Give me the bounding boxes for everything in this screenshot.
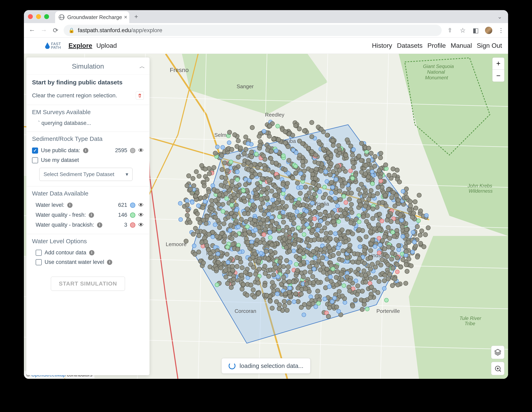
constant-level-checkbox[interactable] xyxy=(36,259,42,265)
svg-point-751 xyxy=(327,306,332,310)
svg-point-1924 xyxy=(269,156,273,161)
svg-point-985 xyxy=(337,220,341,224)
use-public-checkbox[interactable] xyxy=(32,147,38,154)
svg-point-1090 xyxy=(308,270,313,275)
window-minimize-button[interactable] xyxy=(36,14,41,19)
trash-icon[interactable] xyxy=(136,92,144,100)
info-icon[interactable]: i xyxy=(83,148,88,153)
svg-point-683 xyxy=(338,236,343,241)
svg-point-1906 xyxy=(274,265,278,270)
share-icon[interactable]: ⇧ xyxy=(446,27,453,34)
svg-point-1678 xyxy=(282,304,287,308)
layers-button[interactable] xyxy=(491,346,504,359)
svg-point-1700 xyxy=(250,199,254,203)
nav-manual[interactable]: Manual xyxy=(451,42,472,49)
back-button[interactable]: ← xyxy=(28,27,36,34)
zoom-in-button[interactable]: + xyxy=(492,57,504,70)
svg-point-1018 xyxy=(270,219,275,224)
svg-point-1719 xyxy=(254,152,258,156)
svg-point-1822 xyxy=(304,209,309,213)
water-brackish-label: Water quality - brackish: xyxy=(36,222,94,228)
svg-point-1244 xyxy=(299,172,303,176)
svg-point-720 xyxy=(348,243,352,247)
svg-point-1890 xyxy=(328,236,332,241)
app-logo[interactable]: FASTPATH xyxy=(45,42,61,49)
svg-point-1889 xyxy=(283,129,287,134)
svg-point-1731 xyxy=(314,232,319,237)
svg-point-856 xyxy=(240,287,244,291)
svg-point-1779 xyxy=(256,291,261,296)
info-icon[interactable]: i xyxy=(89,212,94,218)
nav-explore[interactable]: Explore xyxy=(68,42,92,49)
collapse-panel-button[interactable]: ︿ xyxy=(139,63,145,70)
svg-point-1781 xyxy=(347,248,351,253)
nav-upload[interactable]: Upload xyxy=(96,42,117,49)
add-contour-label: Add contour data xyxy=(45,249,86,256)
profile-avatar[interactable] xyxy=(485,27,492,34)
svg-point-1869 xyxy=(311,181,315,185)
svg-point-1199 xyxy=(310,229,315,233)
svg-point-1772 xyxy=(337,242,341,246)
start-simulation-button[interactable]: START SIMULATION xyxy=(51,277,125,291)
svg-point-1407 xyxy=(382,278,387,283)
visibility-toggle[interactable]: 👁 xyxy=(138,202,144,208)
svg-point-175 xyxy=(323,185,327,189)
svg-point-841 xyxy=(194,170,199,174)
url-bar[interactable]: 🔒 fastpath.stanford.edu/app/explore xyxy=(64,25,442,36)
svg-point-1891 xyxy=(250,174,255,179)
nav-datasets[interactable]: Datasets xyxy=(397,42,423,49)
svg-point-1613 xyxy=(396,198,400,202)
nav-history[interactable]: History xyxy=(372,42,392,49)
window-zoom-button[interactable] xyxy=(44,14,49,19)
svg-point-1790 xyxy=(191,176,195,181)
zoom-out-button[interactable]: − xyxy=(492,70,504,82)
svg-point-1910 xyxy=(349,191,354,195)
browser-menu-button[interactable]: ⋮ xyxy=(498,27,504,34)
reload-button[interactable]: ⟳ xyxy=(52,27,59,34)
panel-body[interactable]: Start by finding public datasets Clear t… xyxy=(26,74,150,375)
browser-tab[interactable]: Groundwater Recharge × xyxy=(55,11,129,23)
add-contour-checkbox[interactable] xyxy=(36,250,42,256)
svg-point-840 xyxy=(258,221,263,226)
svg-point-1634 xyxy=(310,135,314,139)
svg-point-1350 xyxy=(275,201,279,205)
svg-point-1930 xyxy=(397,243,401,248)
svg-point-1757 xyxy=(332,220,336,224)
visibility-toggle[interactable]: 👁 xyxy=(138,212,144,218)
info-icon[interactable]: i xyxy=(97,222,102,228)
svg-point-1373 xyxy=(207,190,211,194)
bookmark-icon[interactable]: ☆ xyxy=(459,27,466,34)
nav-signout[interactable]: Sign Out xyxy=(477,42,502,49)
svg-point-410 xyxy=(390,251,394,255)
sediment-dataset-select[interactable]: Select Sediment Type Dataset ▾ xyxy=(39,168,133,181)
info-icon[interactable]: i xyxy=(107,260,112,265)
locate-button[interactable] xyxy=(491,362,504,375)
info-icon[interactable]: i xyxy=(67,202,73,208)
svg-point-1423 xyxy=(283,168,287,172)
svg-point-1134 xyxy=(237,243,240,247)
svg-point-1191 xyxy=(379,263,383,267)
svg-point-1235 xyxy=(319,127,323,131)
svg-point-1293 xyxy=(323,247,327,251)
svg-point-1852 xyxy=(291,176,295,180)
svg-point-625 xyxy=(285,225,289,230)
panel-icon[interactable]: ◧ xyxy=(472,27,479,34)
close-tab-button[interactable]: × xyxy=(124,14,127,20)
svg-point-1775 xyxy=(296,201,301,205)
visibility-toggle[interactable]: 👁 xyxy=(138,147,144,154)
window-close-button[interactable] xyxy=(28,14,33,19)
window-dropdown-button[interactable]: ⌄ xyxy=(497,13,502,20)
svg-point-1911 xyxy=(209,199,214,203)
svg-point-1485 xyxy=(288,286,292,290)
new-tab-button[interactable]: + xyxy=(133,14,139,19)
svg-point-1794 xyxy=(316,237,321,242)
svg-point-1706 xyxy=(223,176,228,180)
svg-point-646 xyxy=(323,226,327,230)
info-icon[interactable]: i xyxy=(89,250,95,255)
visibility-toggle[interactable]: 👁 xyxy=(138,222,144,228)
nav-profile[interactable]: Profile xyxy=(428,42,446,49)
svg-point-1670 xyxy=(359,158,363,163)
use-my-checkbox[interactable] xyxy=(32,157,38,163)
svg-point-1840 xyxy=(368,276,373,281)
svg-point-563 xyxy=(330,300,334,303)
